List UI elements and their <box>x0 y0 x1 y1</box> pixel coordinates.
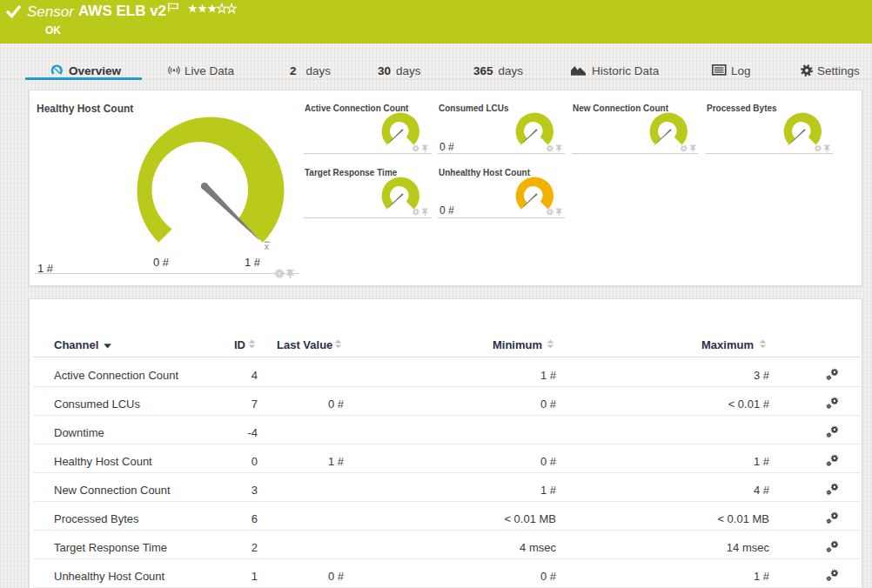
svg-text:x: x <box>265 241 270 251</box>
